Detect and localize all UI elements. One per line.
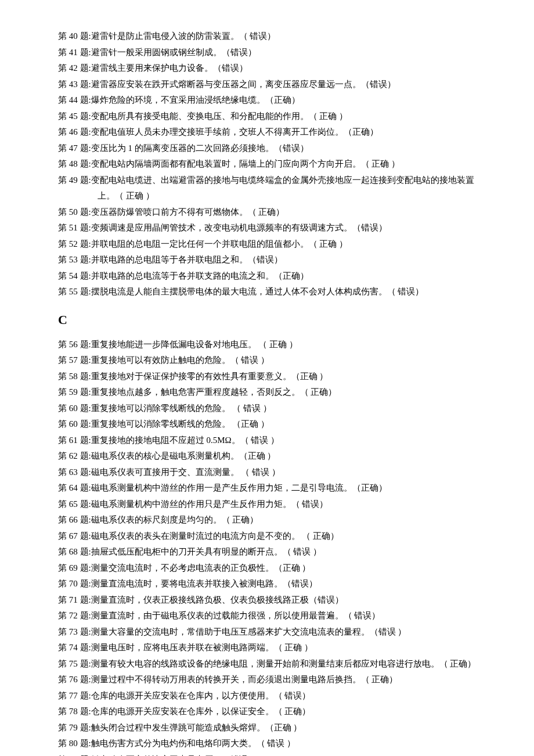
question-text: 测量电压时，应将电压表并联在被测电路两端。（ 正确 ） xyxy=(91,640,482,656)
question-number: 第 54 题: xyxy=(58,269,91,284)
question-text: 避雷针一般采用圆钢或钢丝制成。（错误） xyxy=(91,45,482,60)
question-text: 重复接地可以有效防止触电的危险。（ 错误 ） xyxy=(91,353,482,368)
question-item: 第 40 题: 避雷针是防止雷电侵入波的防雷装置。（ 错误） xyxy=(58,29,482,44)
question-number: 第 46 题: xyxy=(58,125,91,140)
question-item: 第 72 题: 测量直流时，由于磁电系仪表的过载能力很强，所以使用最普遍。（ 错… xyxy=(58,609,482,624)
question-item: 第 64 题: 磁电系测量机构中游丝的作用一是产生反作用力矩，二是引导电流。（正… xyxy=(58,481,482,496)
question-item: 第 71 题: 测量直流时，仪表正极接线路负极、仪表负极接线路正极（错误） xyxy=(58,593,482,608)
question-text: 摆脱电流是人能自主摆脱带电体的最大电流，通过人体不会对人体构成伤害。（ 错误） xyxy=(91,285,482,300)
question-text: 重复接地对于保证保护接零的有效性具有重要意义。（正确 ） xyxy=(91,369,482,384)
question-item: 第 46 题: 变配电值班人员未办理交接班手续前，交班人不得离开工作岗位。（正确… xyxy=(58,125,482,140)
question-number: 第 52 题: xyxy=(58,237,91,252)
question-text: 重复接地点越多，触电危害严重程度越轻，否则反之。（ 正确） xyxy=(91,385,482,400)
question-item: 第 65 题: 磁电系测量机构中游丝的作用只是产生反作用力矩。（ 错误） xyxy=(58,497,482,512)
question-text: 并联电阻的总电阻一定比任何一个并联电阻的阻值都小。（ 正确 ） xyxy=(91,237,482,252)
question-text: 测量交流电流时，不必考虑电流表的正负极性。（正确 ） xyxy=(91,561,482,576)
question-item: 第 79 题: 触头闭合过程中发生弹跳可能造成触头熔焊。（正确 ） xyxy=(58,721,482,736)
question-number: 第 62 题: xyxy=(58,449,91,464)
question-item: 第 81 题: 触电致人死亡的决定因素是电压。（错误 ） xyxy=(58,753,482,756)
question-text: 变配电站内隔墙两面都有配电装置时，隔墙上的门应向两个方向开启。（ 正确 ） xyxy=(91,157,482,172)
question-number: 第 68 题: xyxy=(58,545,91,560)
question-number: 第 75 题: xyxy=(58,657,91,672)
question-number: 第 74 题: xyxy=(58,640,91,656)
question-number: 第 50 题: xyxy=(58,205,91,220)
question-text: 变配电站电缆进、出端避雷器的接地与电缆终端盒的金属外壳接地应一起连接到变配电站的… xyxy=(91,173,482,188)
question-number: 第 58 题: xyxy=(58,369,91,384)
question-number: 第 70 题: xyxy=(58,577,91,592)
question-text: 触电伤害方式分为电灼伤和电烙印两大类。（ 错误 ） xyxy=(91,736,482,751)
question-number: 第 44 题: xyxy=(58,93,91,108)
question-text: 变压器防爆管喷口前方不得有可燃物体。（ 正确） xyxy=(91,205,482,220)
question-item: 第 53 题: 并联电路的总电阻等于各并联电阻之和。（错误） xyxy=(58,253,482,268)
question-item: 第 55 题: 摆脱电流是人能自主摆脱带电体的最大电流，通过人体不会对人体构成伤… xyxy=(58,285,482,300)
question-item: 第 48 题: 变配电站内隔墙两面都有配电装置时，隔墙上的门应向两个方向开启。（… xyxy=(58,157,482,172)
question-item: 第 50 题: 变压器防爆管喷口前方不得有可燃物体。（ 正确） xyxy=(58,205,482,220)
question-number: 第 57 题: xyxy=(58,353,91,368)
question-number: 第 66 题: xyxy=(58,513,91,528)
question-item: 第 77 题: 仓库的电源开关应安装在仓库内，以方便使用。（ 错误） xyxy=(58,689,482,704)
question-text: 重复接地能进一步降低漏电设备对地电压。 （ 正确 ） xyxy=(91,337,482,352)
question-text: 触电致人死亡的决定因素是电压。（错误 ） xyxy=(91,753,482,756)
question-item: 第 70 题: 测量直流电流时，要将电流表并联接入被测电路。（错误） xyxy=(58,577,482,592)
question-item: 第 56 题: 重复接地能进一步降低漏电设备对地电压。 （ 正确 ） xyxy=(58,337,482,352)
question-item: 第 66 题: 磁电系仪表的标尺刻度是均匀的。（ 正确） xyxy=(58,513,482,528)
question-number: 第 45 题: xyxy=(58,109,91,124)
question-text: 变配电所具有接受电能、变换电压、和分配电能的作用。（ 正确 ） xyxy=(91,109,482,124)
question-item: 第 68 题: 抽屉式低压配电柜中的刀开关具有明显的断开点。（ 错误 ） xyxy=(58,545,482,560)
question-text: 重复接地可以消除零线断线的危险。 （ 错误 ） xyxy=(91,401,482,416)
question-number: 第 43 题: xyxy=(58,77,91,92)
question-item: 第 54 题: 并联电路的总电流等于各并联支路的电流之和。（正确） xyxy=(58,269,482,284)
question-item: 第 59 题: 重复接地点越多，触电危害严重程度越轻，否则反之。（ 正确） xyxy=(58,385,482,400)
question-number: 第 79 题: xyxy=(58,721,91,736)
question-text: 避雷针是防止雷电侵入波的防雷装置。（ 错误） xyxy=(91,29,482,44)
question-text: 磁电系仪表可直接用于交、直流测量。 （ 错误 ） xyxy=(91,465,482,480)
question-number: 第 47 题: xyxy=(58,141,91,156)
question-number: 第 41 题: xyxy=(58,45,91,60)
question-number: 第 73 题: xyxy=(58,625,91,640)
question-number: 第 64 题: xyxy=(58,481,91,496)
question-text: 测量直流时，仪表正极接线路负极、仪表负极接线路正极（错误） xyxy=(91,593,482,608)
question-text: 磁电系测量机构中游丝的作用一是产生反作用力矩，二是引导电流。（正确） xyxy=(91,481,482,496)
question-item: 第 67 题: 磁电系仪表的表头在测量时流过的电流方向是不变的。 （ 正确） xyxy=(58,529,482,544)
question-text: 变配电值班人员未办理交接班手续前，交班人不得离开工作岗位。（正确） xyxy=(91,125,482,140)
question-item: 第 80 题: 触电伤害方式分为电灼伤和电烙印两大类。（ 错误 ） xyxy=(58,736,482,751)
question-item: 第 76 题: 测量过程中不得转动万用表的转换开关，而必须退出测量电路后换挡。（… xyxy=(58,672,482,687)
question-number: 第 81 题: xyxy=(58,753,91,756)
question-number: 第 78 题: xyxy=(58,704,91,719)
question-number: 第 53 题: xyxy=(58,253,91,268)
question-text: 变频调速是应用晶闸管技术，改变电动机电源频率的有级调速方式。（错误） xyxy=(91,221,482,236)
question-number: 第 71 题: xyxy=(58,593,91,608)
question-text: 磁电系测量机构中游丝的作用只是产生反作用力矩。（ 错误） xyxy=(91,497,482,512)
question-number: 第 48 题: xyxy=(58,157,91,172)
question-text: 测量过程中不得转动万用表的转换开关，而必须退出测量电路后换挡。（ 正确） xyxy=(91,672,482,687)
question-item: 第 78 题: 仓库的电源开关应安装在仓库外，以保证安全。（ 正确） xyxy=(58,704,482,719)
question-number: 第 63 题: xyxy=(58,465,91,480)
question-number: 第 76 题: xyxy=(58,672,91,687)
question-number: 第 61 题: xyxy=(58,433,91,448)
question-item: 第 49 题: 变配电站电缆进、出端避雷器的接地与电缆终端盒的金属外壳接地应一起… xyxy=(58,173,482,188)
question-item: 第 44 题: 爆炸危险的环境，不宜采用油浸纸绝缘电缆。（正确） xyxy=(58,93,482,108)
question-text: 仓库的电源开关应安装在仓库内，以方便使用。（ 错误） xyxy=(91,689,482,704)
question-item: 第 51 题: 变频调速是应用晶闸管技术，改变电动机电源频率的有级调速方式。（错… xyxy=(58,221,482,236)
question-text: 抽屉式低压配电柜中的刀开关具有明显的断开点。（ 错误 ） xyxy=(91,545,482,560)
question-item: 第 43 题: 避雷器应安装在跌开式熔断器与变压器之间，离变压器应尽量远一点。（… xyxy=(58,77,482,92)
question-text: 测量有较大电容的线路或设备的绝缘电阻，测量开始前和测量结束后都应对电容进行放电。… xyxy=(91,657,482,672)
question-text: 避雷器应安装在跌开式熔断器与变压器之间，离变压器应尽量远一点。（错误） xyxy=(91,77,482,92)
question-text-continuation: 上。（ 正确 ） xyxy=(58,189,482,204)
question-list-b: 第 56 题: 重复接地能进一步降低漏电设备对地电压。 （ 正确 ）第 57 题… xyxy=(58,337,482,756)
question-item: 第 60 题: 重复接地可以消除零线断线的危险。 （正确 ） xyxy=(58,417,482,432)
question-text: 触头闭合过程中发生弹跳可能造成触头熔焊。（正确 ） xyxy=(91,721,482,736)
question-text: 避雷线主要用来保护电力设备。（错误） xyxy=(91,61,482,76)
question-number: 第 56 题: xyxy=(58,337,91,352)
question-item: 第 42 题: 避雷线主要用来保护电力设备。（错误） xyxy=(58,61,482,76)
question-item: 第 73 题: 测量大容量的交流电时，常借助于电压互感器来扩大交流电流表的量程。… xyxy=(58,625,482,640)
question-item: 第 75 题: 测量有较大电容的线路或设备的绝缘电阻，测量开始前和测量结束后都应… xyxy=(58,657,482,672)
question-item: 第 47 题: 变压比为 1 的隔离变压器的二次回路必须接地。（错误） xyxy=(58,141,482,156)
question-number: 第 80 题: xyxy=(58,736,91,751)
question-item: 第 60 题: 重复接地可以消除零线断线的危险。 （ 错误 ） xyxy=(58,401,482,416)
question-number: 第 55 题: xyxy=(58,285,91,300)
question-item: 第 45 题: 变配电所具有接受电能、变换电压、和分配电能的作用。（ 正确 ） xyxy=(58,109,482,124)
question-text: 并联电路的总电流等于各并联支路的电流之和。（正确） xyxy=(91,269,482,284)
question-number: 第 60 题: xyxy=(58,401,91,416)
question-text: 测量直流电流时，要将电流表并联接入被测电路。（错误） xyxy=(91,577,482,592)
